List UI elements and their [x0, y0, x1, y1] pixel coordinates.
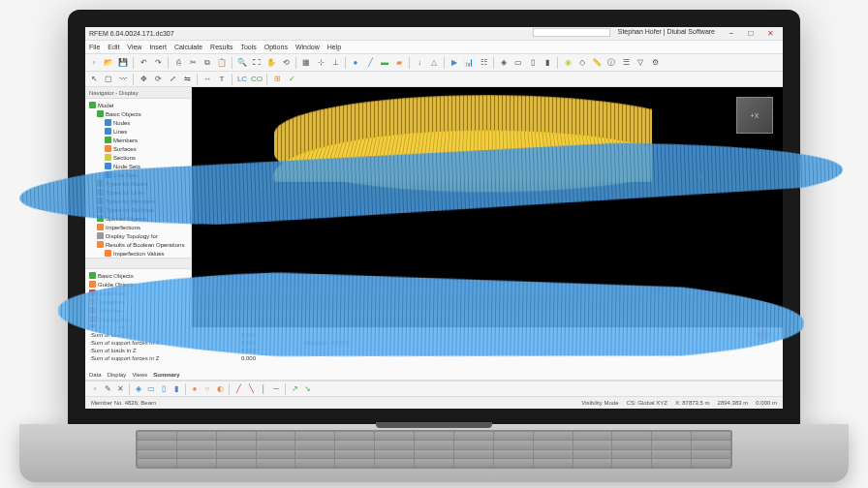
menu-file[interactable]: File — [89, 44, 100, 50]
navigator-tree[interactable]: Model Basic Objects Nodes Lines Members … — [85, 99, 191, 258]
menu-calculate[interactable]: Calculate — [174, 44, 202, 50]
view-iso-icon[interactable]: ◈ — [497, 56, 511, 70]
menu-tools[interactable]: Tools — [240, 44, 256, 50]
tree-l-guide[interactable]: Guide Objects — [87, 280, 189, 289]
member-icon[interactable]: ▬ — [378, 56, 391, 70]
view-yz-icon[interactable]: ▮ — [541, 56, 554, 70]
table-icon[interactable]: ☷ — [477, 56, 490, 70]
tree-line-sets[interactable]: Line Sets — [87, 170, 189, 179]
tree-nodes[interactable]: Nodes — [87, 118, 189, 127]
3d-viewport[interactable]: +X — [192, 87, 783, 327]
tree-results-boolean[interactable]: Results of Boolean Operations — [87, 240, 189, 249]
menu-help[interactable]: Help — [327, 44, 341, 50]
bot-del-icon[interactable]: ✕ — [114, 383, 126, 395]
wireframe-icon[interactable]: ◇ — [575, 56, 589, 70]
surface-icon[interactable]: ▰ — [392, 56, 406, 70]
save-icon[interactable]: 💾 — [116, 56, 130, 70]
tree-lines[interactable]: Lines — [87, 127, 189, 136]
select-icon[interactable]: ↖ — [87, 73, 101, 86]
redo-icon[interactable]: ↷ — [151, 56, 165, 70]
search-field[interactable] — [533, 28, 610, 37]
load-icon[interactable]: ↓ — [413, 56, 426, 70]
snap-icon[interactable]: ⊹ — [314, 56, 327, 70]
bot-trans-icon[interactable]: ◐ — [214, 383, 226, 395]
bot-dim1-icon[interactable]: ╱ — [232, 383, 244, 395]
cut-icon[interactable]: ✂ — [186, 56, 200, 70]
open-icon[interactable]: 📂 — [102, 56, 115, 70]
loadcase-icon[interactable]: LC — [235, 73, 249, 86]
tree-members[interactable]: Members — [87, 136, 189, 144]
rotate-icon[interactable]: ⟲ — [279, 56, 293, 70]
tree-types-surfaces[interactable]: Types for Surfaces — [87, 205, 189, 214]
tree-types-nodes[interactable]: Types for Nodes — [87, 179, 189, 188]
zoom-in-icon[interactable]: 🔍 — [235, 56, 249, 70]
menu-insert[interactable]: Insert — [149, 44, 167, 50]
node-icon[interactable]: ● — [349, 56, 362, 70]
bot-arrow2-icon[interactable]: ↘ — [301, 383, 313, 395]
paste-icon[interactable]: 📋 — [215, 56, 229, 70]
copy-icon[interactable]: ⧉ — [201, 56, 214, 70]
measure-icon[interactable]: 📏 — [590, 56, 604, 70]
tree-l-basic[interactable]: Basic Objects — [87, 271, 189, 280]
grid-icon[interactable]: ▦ — [299, 56, 313, 70]
view-cube[interactable]: +X — [736, 97, 773, 134]
tree-l-guidelines[interactable]: Guidelines — [87, 297, 189, 306]
bot-solid-icon[interactable]: ● — [189, 383, 201, 395]
combo-icon[interactable]: CO — [250, 73, 264, 86]
menu-options[interactable]: Options — [264, 44, 288, 50]
text-icon[interactable]: T — [215, 73, 229, 86]
bot-dim4-icon[interactable]: ─ — [270, 383, 282, 395]
mesh-icon[interactable]: ⊞ — [270, 73, 284, 86]
bot-isoview-icon[interactable]: ◈ — [133, 383, 144, 395]
tree-basic-objects[interactable]: Basic Objects — [87, 109, 189, 118]
print-icon[interactable]: ⎙ — [171, 56, 185, 70]
menu-window[interactable]: Window — [295, 44, 320, 50]
user-avatar-icon[interactable] — [758, 329, 769, 341]
tree-l-visibilities[interactable]: Visibilities — [87, 306, 189, 315]
support-icon[interactable]: △ — [427, 56, 441, 70]
tree-imperfection-values[interactable]: Imperfection Values — [87, 249, 189, 258]
tab-views[interactable]: Views — [132, 372, 147, 378]
tree-model[interactable]: Model — [87, 101, 189, 109]
move-icon[interactable]: ✥ — [137, 73, 150, 86]
zoom-fit-icon[interactable]: ⛶ — [250, 56, 264, 70]
bot-arrow1-icon[interactable]: ↗ — [289, 383, 300, 395]
rotate3d-icon[interactable]: ⟳ — [151, 73, 165, 86]
line-icon[interactable]: ╱ — [363, 56, 377, 70]
layers-icon[interactable]: ☰ — [619, 56, 633, 70]
new-icon[interactable]: ▫ — [87, 56, 101, 70]
axis-icon[interactable]: ⊥ — [328, 56, 342, 70]
bot-new-icon[interactable]: ▫ — [89, 383, 101, 395]
info-icon[interactable]: ⓘ — [604, 56, 618, 70]
tree-special-objects[interactable]: Special Objects — [87, 214, 189, 223]
filter-icon[interactable]: ▽ — [634, 56, 647, 70]
render-icon[interactable]: ◉ — [561, 56, 574, 70]
tree-types-lines[interactable]: Types for Lines — [87, 188, 189, 197]
lower-tree[interactable]: Basic Objects Guide Objects Local Axes G… — [85, 269, 191, 327]
minimize-button[interactable]: − — [723, 28, 740, 40]
bot-side-icon[interactable]: ▮ — [170, 383, 182, 395]
menu-edit[interactable]: Edit — [108, 44, 119, 50]
check-icon[interactable]: ✓ — [285, 73, 298, 86]
pan-icon[interactable]: ✋ — [264, 56, 278, 70]
tree-node-sets[interactable]: Node Sets — [87, 162, 189, 170]
mirror-icon[interactable]: ⇋ — [180, 73, 194, 86]
close-button[interactable]: ✕ — [761, 28, 779, 40]
bot-edit-icon[interactable]: ✎ — [102, 383, 113, 395]
calc-icon[interactable]: ▶ — [448, 56, 461, 70]
view-xz-icon[interactable]: ▯ — [526, 56, 540, 70]
lasso-icon[interactable]: 〰 — [116, 73, 130, 86]
tab-display[interactable]: Display — [108, 372, 127, 378]
maximize-button[interactable]: □ — [742, 28, 760, 40]
tab-data[interactable]: Data — [89, 372, 102, 378]
bot-dim2-icon[interactable]: ╲ — [245, 383, 257, 395]
bot-dim3-icon[interactable]: │ — [258, 383, 269, 395]
tree-l-axes[interactable]: Local Axes — [87, 289, 189, 297]
tree-display-topology[interactable]: Display Topology for — [87, 231, 189, 240]
view-xy-icon[interactable]: ▭ — [512, 56, 525, 70]
menu-results[interactable]: Results — [210, 44, 232, 50]
bot-front-icon[interactable]: ▯ — [158, 383, 170, 395]
tree-surfaces[interactable]: Surfaces — [87, 144, 189, 153]
settings-icon[interactable]: ⚙ — [648, 56, 662, 70]
tree-types-members[interactable]: Types for Members — [87, 197, 189, 205]
